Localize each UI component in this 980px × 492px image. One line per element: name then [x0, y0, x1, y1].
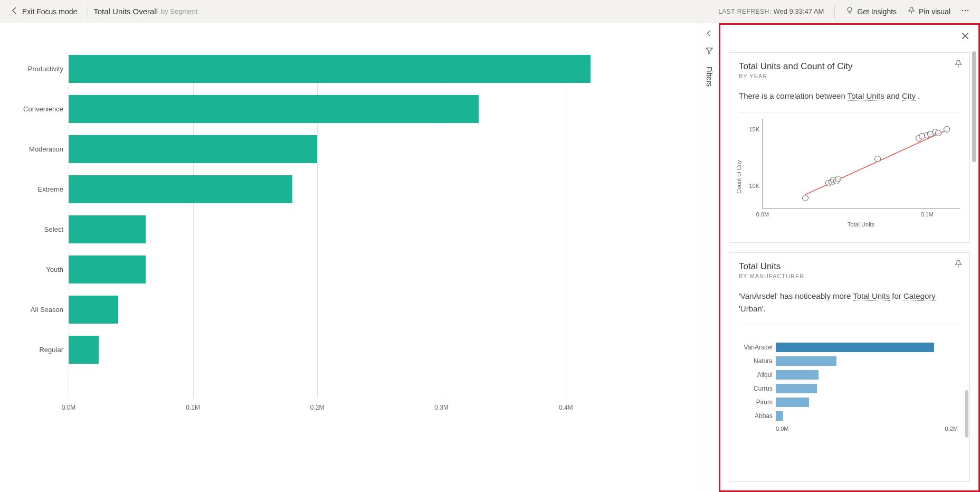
mini-bar — [776, 343, 934, 352]
mini-bar — [776, 411, 783, 421]
close-insights-button[interactable] — [958, 29, 972, 45]
insight-card-manufacturer[interactable]: Total Units BY MANUFACTURER 'VanArsdel' … — [729, 252, 970, 482]
x-axis-tick-label: 0.3M — [434, 404, 449, 411]
mini-bar-row: Currus — [776, 382, 960, 395]
x-axis-tick-label: 0.1M — [186, 404, 200, 411]
more-options-button[interactable] — [956, 4, 975, 18]
scatter-x-tick: 0.0M — [756, 211, 769, 217]
divider — [88, 5, 88, 18]
scatter-point — [874, 156, 881, 162]
pin-visual-button[interactable]: Pin visual — [902, 4, 956, 18]
chevron-left-icon — [706, 30, 713, 39]
mini-axis-tick: 0.0M — [776, 425, 788, 432]
bar — [69, 55, 591, 83]
bar-category-label: Extreme — [5, 185, 63, 193]
gridline — [566, 55, 566, 398]
bar — [69, 135, 317, 163]
mini-bar-label: Natura — [739, 357, 773, 365]
mini-bar — [776, 370, 819, 380]
bar — [69, 336, 99, 364]
bar-row[interactable]: Extreme — [69, 175, 292, 203]
pin-visual-label: Pin visual — [919, 7, 950, 16]
bar-row[interactable]: Regular — [69, 336, 99, 364]
main-bar-chart[interactable]: 0.0M0.1M0.2M0.3M0.4MProductivityConvenie… — [69, 55, 646, 461]
filters-pane-collapsed[interactable]: Filters — [699, 23, 719, 492]
insights-scrollbar[interactable] — [972, 51, 976, 485]
bar — [69, 256, 146, 283]
bar-row[interactable]: Productivity — [69, 55, 591, 83]
svg-point-0 — [848, 7, 852, 12]
last-refresh-label: LAST REFRESH: — [718, 8, 771, 15]
bar-category-label: Youth — [5, 266, 63, 273]
insight-subtitle: BY YEAR — [739, 73, 960, 79]
bar-category-label: Productivity — [5, 65, 63, 73]
lightbulb-icon — [845, 6, 854, 16]
pin-icon — [907, 6, 916, 16]
mini-axis-tick: 0.2M — [945, 425, 958, 432]
scatter-point — [802, 195, 808, 201]
get-insights-label: Get Insights — [857, 7, 897, 16]
bar-category-label: Regular — [5, 346, 63, 354]
top-toolbar: Exit Focus mode Total Units Overall by S… — [0, 0, 980, 23]
mini-bar — [776, 356, 836, 366]
mini-bar-label: Pirum — [739, 399, 773, 406]
filters-label: Filters — [705, 67, 713, 87]
exit-label: Exit Focus mode — [22, 7, 77, 16]
bar-category-label: Select — [5, 225, 63, 233]
x-axis-tick-label: 0.0M — [62, 404, 76, 411]
scatter-x-axis-title: Total Units — [762, 221, 960, 228]
mini-bar — [776, 398, 809, 407]
mini-bar-row: Aliqui — [776, 368, 960, 381]
exit-focus-mode-button[interactable]: Exit Focus mode — [5, 4, 82, 18]
bar — [69, 296, 118, 324]
insight-title: Total Units and Count of City — [739, 61, 960, 72]
bar-row[interactable]: Select — [69, 215, 146, 243]
bar-category-label: Moderation — [5, 145, 63, 153]
insight-title: Total Units — [739, 261, 960, 272]
insights-pane: Total Units and Count of City BY YEAR Th… — [719, 23, 980, 492]
card-scrollbar[interactable] — [965, 390, 968, 453]
mini-bar-row: VanArsdel — [776, 341, 960, 354]
scatter-point — [935, 130, 941, 136]
bar-category-label: All Season — [5, 306, 63, 314]
mini-bar-row: Abbas — [776, 410, 960, 422]
x-axis-tick-label: 0.4M — [559, 404, 573, 411]
mini-bar-label: Abbas — [739, 412, 773, 420]
mini-bar-axis: 0.0M0.2M — [776, 425, 960, 432]
bar — [69, 175, 292, 203]
bar-row[interactable]: Convenience — [69, 95, 479, 123]
ellipsis-icon — [961, 6, 969, 16]
insight-bar-chart: VanArsdelNaturaAliquiCurrusPirumAbbas0.0… — [739, 341, 960, 432]
svg-point-3 — [967, 10, 969, 12]
divider — [834, 5, 835, 18]
insight-subtitle: BY MANUFACTURER — [739, 273, 960, 279]
filter-icon — [705, 46, 713, 57]
chevron-left-icon — [11, 6, 19, 16]
scatter-point — [835, 176, 841, 182]
mini-bar-row: Natura — [776, 355, 960, 367]
pin-insight-button[interactable] — [954, 259, 963, 271]
svg-point-2 — [965, 10, 966, 12]
pin-icon — [954, 61, 963, 70]
main-chart-pane: 0.0M0.1M0.2M0.3M0.4MProductivityConvenie… — [0, 23, 699, 492]
pin-insight-button[interactable] — [954, 59, 963, 71]
get-insights-button[interactable]: Get Insights — [840, 4, 902, 18]
main-content: 0.0M0.1M0.2M0.3M0.4MProductivityConvenie… — [0, 23, 980, 492]
x-axis-tick-label: 0.2M — [310, 404, 325, 411]
bar-row[interactable]: All Season — [69, 296, 118, 324]
bar-row[interactable]: Moderation — [69, 135, 317, 163]
page-subtitle: by Segment — [161, 7, 197, 15]
mini-bar — [776, 384, 817, 393]
bar-row[interactable]: Youth — [69, 256, 146, 283]
insight-description: There is a correlation between Total Uni… — [739, 90, 960, 102]
mini-bar-label: VanArsdel — [739, 344, 773, 351]
pin-icon — [954, 261, 963, 270]
mini-bar-label: Currus — [739, 385, 773, 392]
insight-card-correlation[interactable]: Total Units and Count of City BY YEAR Th… — [729, 52, 970, 243]
insight-scatter-chart: Count of City 10K15K0.0M0.1M Total Units — [739, 119, 960, 235]
scatter-x-tick: 0.1M — [920, 211, 933, 217]
insight-description: 'VanArsdel' has noticeably more Total Un… — [739, 290, 960, 315]
last-refresh-time: Wed 9:33:47 AM — [774, 7, 824, 15]
scatter-y-tick: 10K — [739, 183, 759, 189]
close-icon — [960, 33, 970, 42]
